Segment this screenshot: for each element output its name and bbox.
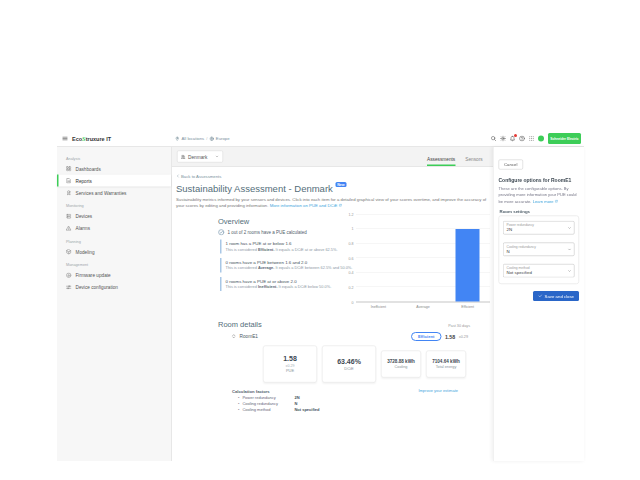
- calculation-factors-title: Calculation factors: [232, 388, 270, 393]
- sidebar-item-device-configuration[interactable]: Device configuration: [57, 281, 171, 293]
- sidebar-group-label: Analysis: [66, 156, 171, 161]
- sidebar-group-label: Planning: [66, 239, 171, 244]
- y-tick-label: 1.2: [349, 212, 354, 217]
- stat-card-value: 1.58: [283, 355, 297, 363]
- menu-icon[interactable]: [62, 136, 68, 142]
- save-and-close-label: Save and close: [545, 293, 574, 298]
- select-field-label: Power redundancy: [507, 223, 568, 227]
- sidebar-item-modeling[interactable]: Modeling: [57, 246, 171, 258]
- calculation-factors: Calculation factors Improve your estimat…: [232, 388, 458, 411]
- sidebar-item-devices[interactable]: Devices: [57, 210, 171, 222]
- check-item-suffix: It equals a DCiE between 62.5% and 50.0%…: [275, 266, 352, 271]
- app-body: AnalysisDashboardsReportsServices and Wa…: [57, 147, 584, 461]
- overview-check-item[interactable]: 0 rooms have a PUE between 1.6 and 2.0Th…: [220, 258, 363, 272]
- settings-icon[interactable]: [500, 136, 506, 142]
- app-logo[interactable]: EcoStruxure IT: [72, 135, 111, 143]
- help-icon[interactable]: [519, 136, 525, 142]
- period-label: Past 30 days: [448, 323, 470, 328]
- stat-card-cooling: 3728.88 kWhCooling: [381, 350, 421, 377]
- check-item-subtitle: This is considered Efficient. It equals …: [226, 247, 364, 252]
- check-item-title: 0 rooms have a PUE between 1.6 and 2.0: [226, 260, 364, 265]
- config-drawer: Cancel Configure options for RoomE1 Thes…: [493, 147, 584, 461]
- calc-factor-value: Not specified: [294, 407, 319, 412]
- drawer-description: These are the configurable options. By p…: [499, 186, 580, 204]
- more-info-link[interactable]: More information on PUE and DCiE: [270, 202, 342, 208]
- chart-plot: [356, 214, 490, 302]
- check-item-suffix: It equals a DCiE below 50.0%.: [279, 284, 332, 289]
- select-field-cooling-method[interactable]: Cooling methodNot specified: [503, 264, 575, 278]
- sidebar-item-label: Modeling: [76, 249, 95, 255]
- overview-summary-text: 1 out of 2 rooms have a PUE calculated: [228, 230, 307, 235]
- sidebar-group-label: Management: [66, 263, 171, 268]
- check-item-suffix: It equals a DCiE at or above 62.5%.: [276, 247, 338, 252]
- learn-more-link[interactable]: Learn more: [533, 198, 558, 204]
- overview-section: Overview 1 out of 2 rooms have a PUE cal…: [218, 216, 490, 312]
- stat-card-sub: ±0.29: [286, 363, 295, 368]
- calc-factor-label: Cooling redundancy: [242, 401, 294, 406]
- stat-card-value: 63.46%: [337, 357, 361, 365]
- improve-estimate-link[interactable]: Improve your estimate: [418, 389, 458, 394]
- top-header: EcoStruxure IT All locations / Europe Sc…: [57, 131, 584, 147]
- save-and-close-button[interactable]: Save and close: [533, 291, 579, 301]
- tab-assessments[interactable]: Assessments: [427, 156, 455, 166]
- sidebar-item-services-and-warranties[interactable]: Services and Warranties: [57, 187, 171, 199]
- schneider-electric-logo[interactable]: Schneider Electric: [548, 133, 581, 144]
- back-link[interactable]: Back to Assessments: [176, 174, 221, 179]
- breadcrumb-all-locations[interactable]: All locations: [182, 136, 205, 141]
- region-globe-icon: [209, 136, 214, 141]
- x-tick-label: Average: [401, 304, 446, 309]
- firmware-icon: [66, 272, 72, 278]
- location-select[interactable]: Denmark: [177, 151, 223, 163]
- room-settings-group: Power redundancy2NCooling redundancyNCoo…: [499, 215, 580, 284]
- select-field-label: Cooling redundancy: [507, 245, 568, 249]
- check-item-subtitle: This is considered Average. It equals a …: [226, 266, 364, 271]
- location-pin-icon: [175, 136, 180, 141]
- overview-check-item[interactable]: 1 room has a PUE at or below 1.6This is …: [220, 239, 363, 253]
- expand-icon[interactable]: [231, 334, 237, 340]
- tab-sensors[interactable]: Sensors: [465, 156, 482, 166]
- calc-factor-label: Power redundancy: [242, 395, 294, 400]
- stat-cards: 1.58±0.29PUE63.46%DCiE3728.88 kWhCooling…: [263, 345, 470, 382]
- stat-card-label: Total energy: [436, 365, 457, 370]
- external-link-icon: [338, 204, 342, 208]
- select-field-power-redundancy[interactable]: Power redundancy2N: [503, 221, 575, 235]
- building-icon: [181, 154, 186, 159]
- room-pue-tolerance: ±0.29: [459, 334, 468, 339]
- apps-icon[interactable]: [529, 136, 535, 142]
- stat-card-value: 3728.88 kWh: [387, 359, 415, 364]
- calculation-factors-rows: •Power redundancy2N•Cooling redundancyN•…: [232, 395, 458, 412]
- sidebar-item-label: Device configuration: [76, 284, 118, 290]
- page-description: Sustainability metrics informed by your …: [176, 196, 487, 208]
- learn-more-label: Learn more: [533, 198, 554, 204]
- chart-y-axis: 00.20.40.60.811.2: [345, 214, 356, 302]
- sidebar-item-alarms[interactable]: Alarms: [57, 222, 171, 234]
- room-row[interactable]: RoomE1 Efficient 1.58 ±0.29: [231, 332, 468, 341]
- config-icon: [66, 284, 72, 290]
- services-icon: [66, 190, 72, 196]
- check-item-term: Average.: [258, 266, 275, 271]
- app-window: EcoStruxure IT All locations / Europe Sc…: [57, 131, 584, 462]
- status-pill[interactable]: Efficient: [411, 332, 442, 341]
- check-item-prefix: This is considered: [226, 284, 259, 289]
- overview-check-item[interactable]: 0 rooms have a PUE at or above 2.0This i…: [220, 277, 363, 291]
- cancel-button[interactable]: Cancel: [499, 160, 523, 170]
- room-summary: Efficient 1.58 ±0.29: [411, 332, 468, 341]
- app-logo-text: Eco: [72, 136, 82, 142]
- sidebar-item-reports[interactable]: Reports: [57, 175, 171, 187]
- breadcrumb-region[interactable]: Europe: [216, 136, 230, 141]
- page-title-text: Sustainability Assessment - Denmark: [176, 183, 333, 194]
- room-details-heading: Room details: [218, 319, 262, 328]
- y-tick-label: 0.2: [349, 285, 354, 290]
- drawer-heading: Configure options for RoomE1: [499, 178, 580, 184]
- search-icon[interactable]: [491, 136, 497, 142]
- notifications-icon[interactable]: [510, 136, 516, 142]
- bar-efficient: [456, 229, 480, 302]
- page: EcoStruxure IT All locations / Europe Sc…: [0, 0, 640, 480]
- breadcrumb-separator: /: [206, 136, 207, 141]
- select-field-cooling-redundancy[interactable]: Cooling redundancyN: [503, 242, 575, 256]
- sidebar-item-firmware-update[interactable]: Firmware update: [57, 269, 171, 281]
- reports-icon: [66, 178, 72, 184]
- bar-slot-average: [401, 214, 446, 301]
- sidebar-item-dashboards[interactable]: Dashboards: [57, 163, 171, 175]
- user-avatar[interactable]: [538, 136, 544, 142]
